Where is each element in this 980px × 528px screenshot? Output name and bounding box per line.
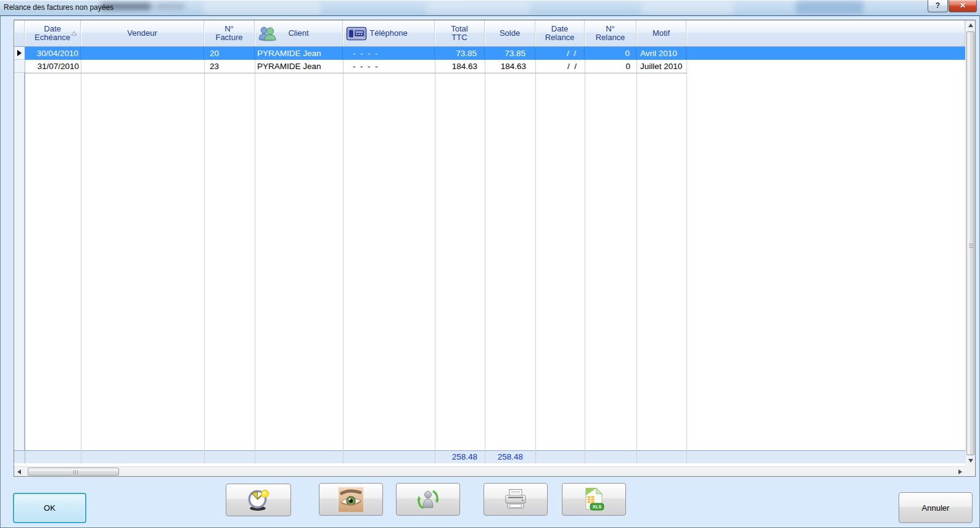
titlebar-glass-smudge (204, 1, 321, 15)
cell-n-relance: 0 (585, 60, 636, 73)
preview-button[interactable] (319, 483, 383, 516)
cell-solde: 73.85 (485, 47, 535, 60)
grid-body: 258.48 258.48 30/04/2010 20 PYRAMIDE Jea… (14, 47, 965, 466)
header-row-selector (14, 20, 25, 46)
sort-ascending-icon (71, 31, 77, 36)
cell-date-relance: / / (535, 47, 585, 60)
dialog-window: Relance des factures non payées ? ✕ Date… (0, 0, 980, 528)
scroll-up-icon[interactable] (968, 23, 973, 27)
row-selector-column (14, 47, 25, 463)
eye-icon (339, 487, 363, 512)
table-row[interactable]: 31/07/2010 23 PYRAMIDE Jean - - - - 184.… (14, 60, 965, 73)
header-telephone[interactable]: Téléphone (343, 20, 435, 46)
print-button[interactable] (484, 483, 548, 516)
cell-total-ttc: 184.63 (435, 60, 485, 73)
cell-telephone: - - - - (343, 47, 435, 60)
selected-row-arrow-icon (17, 50, 22, 56)
grid-header-row: Date Echéance Vendeur N° Facture (14, 20, 965, 47)
cell-total-ttc: 73.85 (435, 47, 485, 60)
redacted-text-blur (155, 4, 185, 9)
horizontal-scrollbar[interactable] (14, 466, 965, 476)
titlebar-glass-smudge (426, 1, 530, 15)
excel-export-icon: XLS (583, 487, 605, 512)
invoices-grid: Date Echéance Vendeur N° Facture (14, 20, 976, 477)
relance-schedule-button[interactable] (226, 484, 291, 516)
clients-icon (258, 25, 278, 41)
export-xls-button[interactable]: XLS (562, 483, 626, 516)
scroll-left-icon[interactable] (17, 469, 21, 474)
header-total-ttc[interactable]: Total TTC (435, 20, 485, 46)
header-client[interactable]: Client (255, 20, 343, 46)
totals-solde: 258.48 (485, 450, 523, 463)
header-n-facture[interactable]: N° Facture (204, 20, 255, 46)
cell-client: PYRAMIDE Jean (255, 60, 343, 73)
cancel-button[interactable]: Annuler (899, 492, 973, 523)
svg-text:XLS: XLS (593, 504, 602, 509)
cell-filler (686, 47, 965, 60)
header-date-echeance[interactable]: Date Echéance (25, 20, 81, 46)
cell-vendeur (81, 60, 204, 73)
cell-telephone: - - - - (343, 60, 435, 73)
scrollbar-corner (965, 466, 975, 476)
header-motif[interactable]: Motif (636, 20, 686, 46)
cell-motif: Juillet 2010 (636, 60, 686, 73)
header-n-relance[interactable]: N° Relance (585, 20, 636, 46)
titlebar-glass-smudge (796, 1, 863, 14)
ok-button[interactable]: OK (13, 493, 86, 523)
titlebar-glass-smudge (641, 1, 734, 15)
close-icon[interactable]: ✕ (949, 0, 977, 12)
header-vendeur[interactable]: Vendeur (81, 20, 204, 46)
printer-icon (503, 489, 528, 511)
scroll-down-icon[interactable] (968, 459, 973, 463)
table-row[interactable]: 30/04/2010 20 PYRAMIDE Jean - - - - 73.8… (14, 47, 965, 60)
cell-n-facture: 20 (204, 47, 255, 60)
cell-solde: 184.63 (485, 60, 535, 73)
cell-n-relance: 0 (585, 47, 636, 60)
window-title: Relance des factures non payées (4, 3, 113, 12)
phone-icon (346, 25, 367, 41)
clock-icon (247, 489, 270, 512)
cell-vendeur (81, 47, 204, 60)
cell-date-relance: / / (535, 60, 585, 73)
selected-row-indicator[interactable] (14, 47, 25, 60)
horizontal-scrollbar-thumb[interactable] (28, 468, 119, 476)
scroll-right-icon[interactable] (958, 469, 962, 474)
help-icon[interactable]: ? (928, 0, 948, 12)
relaunch-button[interactable] (396, 483, 460, 516)
vertical-scrollbar-thumb[interactable] (966, 31, 974, 455)
refresh-person-icon (416, 487, 440, 512)
cell-motif: Avril 2010 (636, 47, 686, 60)
cell-n-facture: 23 (204, 60, 255, 73)
header-date-relance[interactable]: Date Relance (535, 20, 585, 46)
header-filler (686, 20, 965, 46)
vertical-scrollbar[interactable] (965, 20, 975, 466)
totals-total-ttc: 258.48 (435, 450, 477, 463)
header-solde[interactable]: Solde (485, 20, 535, 46)
title-bar[interactable]: Relance des factures non payées ? ✕ (0, 0, 980, 16)
row-selector[interactable] (14, 60, 25, 73)
cell-date-echeance: 30/04/2010 (25, 47, 81, 60)
cell-client: PYRAMIDE Jean (255, 47, 343, 60)
cell-date-echeance: 31/07/2010 (25, 60, 81, 73)
